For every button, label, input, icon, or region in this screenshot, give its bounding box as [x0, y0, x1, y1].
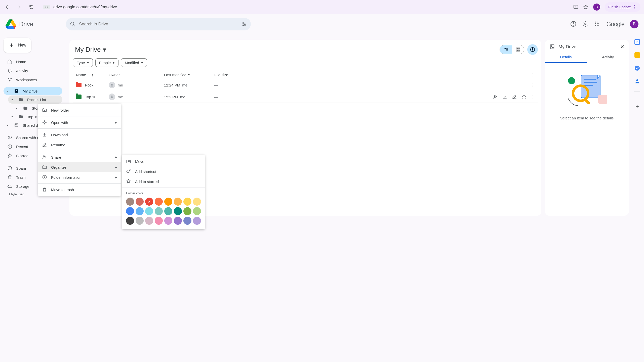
color-swatch[interactable] — [136, 217, 144, 225]
color-swatch[interactable] — [193, 217, 201, 225]
new-button[interactable]: New — [4, 38, 31, 53]
search-input[interactable] — [79, 22, 238, 27]
filter-modified[interactable]: Modified▾ — [121, 58, 147, 67]
ctx-new-folder[interactable]: New folder — [38, 105, 121, 115]
color-swatch[interactable] — [155, 217, 163, 225]
rename-icon[interactable] — [512, 94, 517, 99]
color-swatch[interactable] — [174, 198, 182, 206]
color-swatch[interactable] — [183, 207, 191, 215]
color-swatch[interactable] — [155, 198, 163, 206]
tasks-app-icon[interactable] — [634, 65, 640, 71]
color-swatch[interactable] — [174, 217, 182, 225]
color-swatch[interactable] — [145, 207, 153, 215]
svg-point-13 — [595, 23, 596, 24]
grid-view-button[interactable] — [512, 45, 524, 54]
color-swatch[interactable] — [136, 207, 144, 215]
color-swatch[interactable] — [183, 198, 191, 206]
col-last-modified[interactable]: Last modified — [164, 73, 186, 77]
add-app-icon[interactable] — [635, 104, 640, 109]
svg-point-5 — [245, 24, 246, 25]
sidebar-pocket-lint[interactable]: ▾Pocket-Lint — [8, 96, 62, 104]
col-menu[interactable]: ⋮ — [525, 72, 535, 77]
color-swatch[interactable] — [174, 207, 182, 215]
open-with-icon — [42, 120, 47, 125]
col-name[interactable]: Name — [76, 73, 86, 77]
ctx-move[interactable]: Move — [122, 156, 205, 166]
address-bar[interactable]: drive.google.com/drive/u/0/my-drive — [40, 3, 569, 11]
site-info-icon[interactable] — [43, 5, 50, 9]
sidebar-my-drive[interactable]: ▾My Drive — [4, 87, 62, 95]
account-avatar[interactable]: B — [630, 20, 638, 28]
ctx-rename[interactable]: Rename — [38, 140, 121, 150]
chevron-right-icon[interactable]: ▸ — [7, 124, 10, 127]
sort-asc-icon[interactable]: ↑ — [92, 73, 94, 77]
contacts-app-icon[interactable] — [634, 78, 640, 84]
color-swatch[interactable] — [145, 198, 153, 206]
color-swatch[interactable] — [126, 198, 134, 206]
color-swatch[interactable] — [136, 198, 144, 206]
ctx-open-with[interactable]: Open with▶ — [38, 117, 121, 127]
color-swatch[interactable] — [164, 198, 172, 206]
keep-app-icon[interactable] — [634, 52, 640, 58]
drive-logo[interactable]: Drive — [6, 19, 61, 29]
settings-icon[interactable] — [582, 21, 589, 27]
folder-title[interactable]: My Drive▾ — [73, 45, 108, 55]
forward-button[interactable] — [16, 3, 23, 11]
ctx-add-starred[interactable]: Add to starred — [122, 176, 205, 187]
color-swatch[interactable] — [126, 217, 134, 225]
apps-icon[interactable] — [594, 21, 601, 27]
color-swatch[interactable] — [164, 207, 172, 215]
chevron-down-icon[interactable]: ▾ — [12, 98, 15, 101]
install-app-icon[interactable] — [573, 4, 579, 10]
ctx-share[interactable]: Share▶ — [38, 152, 121, 162]
help-icon[interactable] — [570, 21, 577, 27]
col-owner[interactable]: Owner — [109, 73, 164, 77]
download-icon[interactable] — [502, 94, 507, 99]
tab-details[interactable]: Details — [545, 52, 587, 63]
color-swatch[interactable] — [183, 217, 191, 225]
chevron-down-icon[interactable]: ▾ — [188, 72, 190, 77]
bookmark-icon[interactable] — [583, 4, 589, 10]
color-swatch[interactable] — [164, 217, 172, 225]
back-button[interactable] — [4, 3, 11, 11]
finish-update-button[interactable]: Finish update⋮ — [605, 2, 640, 12]
ctx-organize[interactable]: Organize▶ — [38, 162, 121, 172]
close-icon[interactable]: ✕ — [620, 44, 624, 50]
calendar-app-icon[interactable]: 31 — [634, 39, 640, 45]
color-swatch[interactable] — [193, 207, 201, 215]
chevron-right-icon[interactable]: ▸ — [16, 107, 19, 110]
search-bar[interactable] — [66, 18, 251, 30]
color-swatch[interactable] — [126, 207, 134, 215]
chevron-down-icon[interactable]: ▾ — [7, 90, 10, 93]
color-swatch[interactable] — [193, 198, 201, 206]
sidebar-activity[interactable]: Activity — [4, 66, 62, 75]
sidebar-home[interactable]: Home — [4, 57, 62, 66]
svg-point-23 — [15, 124, 16, 125]
table-row[interactable]: Top 10 me 1:22 PMme — ⋮ — [73, 91, 538, 103]
more-icon[interactable]: ⋮ — [531, 95, 535, 99]
sidebar-workspaces[interactable]: Workspaces — [4, 75, 62, 84]
svg-point-35 — [111, 84, 112, 85]
ctx-folder-info[interactable]: Folder information▶ — [38, 172, 121, 182]
reload-button[interactable] — [28, 3, 35, 11]
browser-profile-avatar[interactable]: B — [593, 4, 600, 11]
star-icon[interactable] — [521, 94, 527, 99]
filter-type[interactable]: Type▾ — [73, 58, 93, 67]
search-options-icon[interactable] — [241, 21, 247, 27]
details-toggle-button[interactable] — [527, 44, 538, 55]
table-row[interactable]: Pock... me 12:24 PMme — ⋮ — [73, 79, 538, 91]
share-icon[interactable] — [493, 94, 498, 99]
color-swatch[interactable] — [155, 207, 163, 215]
list-view-button[interactable] — [500, 45, 512, 54]
more-icon[interactable]: ⋮ — [531, 83, 535, 87]
filter-people[interactable]: People▾ — [95, 58, 119, 67]
chevron-down-icon[interactable]: ▾ — [12, 115, 15, 118]
google-logo[interactable]: Google — [607, 21, 624, 28]
color-swatch[interactable] — [145, 217, 153, 225]
ctx-move-to-trash[interactable]: Move to trash — [38, 185, 121, 195]
move-icon — [126, 159, 131, 164]
ctx-download[interactable]: Download — [38, 130, 121, 140]
col-file-size[interactable]: File size — [214, 73, 261, 77]
ctx-add-shortcut[interactable]: Add shortcut — [122, 166, 205, 176]
tab-activity[interactable]: Activity — [587, 52, 629, 63]
